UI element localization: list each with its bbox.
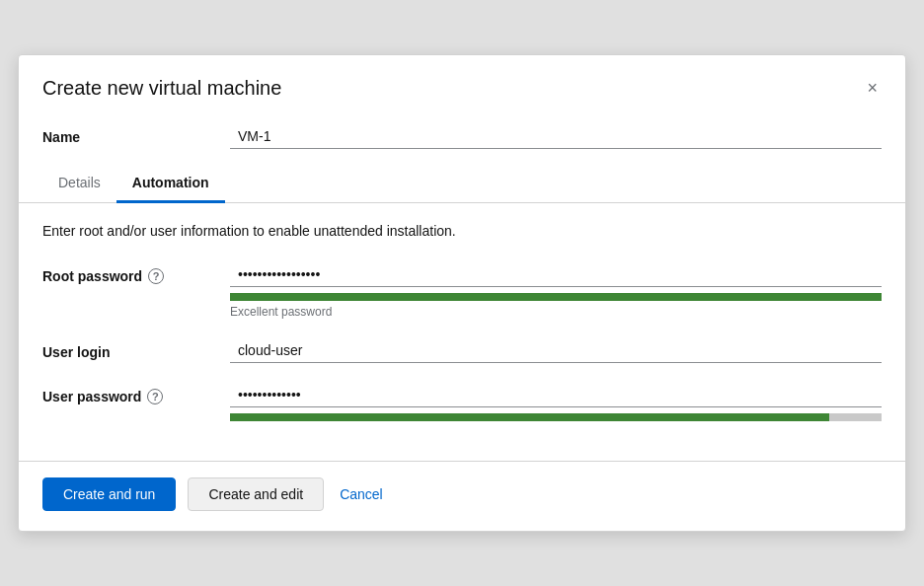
user-password-strength-empty [829, 413, 882, 421]
root-password-hint: Excellent password [230, 305, 882, 319]
create-vm-dialog: Create new virtual machine × Name Detail… [18, 54, 906, 532]
tab-details[interactable]: Details [42, 165, 116, 203]
dialog-header: Create new virtual machine × [19, 55, 905, 116]
name-label: Name [42, 129, 230, 145]
user-password-strength-fill [230, 413, 829, 421]
dialog-title: Create new virtual machine [42, 77, 281, 100]
create-and-edit-button[interactable]: Create and edit [188, 477, 324, 511]
name-input[interactable] [230, 124, 882, 149]
user-login-label: User login [42, 338, 230, 360]
create-and-run-button[interactable]: Create and run [42, 477, 176, 511]
root-password-content: Excellent password [230, 262, 882, 319]
root-password-input[interactable] [230, 262, 882, 287]
root-password-label: Root password ? [42, 262, 230, 284]
root-password-help-icon[interactable]: ? [148, 268, 164, 284]
cancel-button[interactable]: Cancel [336, 478, 387, 510]
tabs-container: Details Automation [19, 165, 905, 203]
root-password-row: Root password ? Excellent password [42, 262, 882, 319]
user-password-help-icon[interactable]: ? [147, 389, 163, 404]
user-password-row: User password ? [42, 383, 882, 421]
close-button[interactable]: × [863, 75, 882, 101]
tab-automation[interactable]: Automation [116, 165, 225, 203]
user-password-strength-bar [230, 413, 882, 421]
dialog-footer: Create and run Create and edit Cancel [19, 461, 905, 531]
user-password-label: User password ? [42, 383, 230, 404]
user-login-content [230, 338, 882, 363]
user-login-row: User login [42, 338, 882, 363]
user-login-input[interactable] [230, 338, 882, 363]
user-password-input[interactable] [230, 383, 882, 407]
automation-description: Enter root and/or user information to en… [42, 223, 882, 239]
dialog-body: Enter root and/or user information to en… [19, 203, 905, 461]
name-row: Name [19, 116, 905, 165]
root-password-strength-bar [230, 293, 882, 301]
root-password-strength-fill [230, 293, 882, 301]
user-password-content [230, 383, 882, 421]
